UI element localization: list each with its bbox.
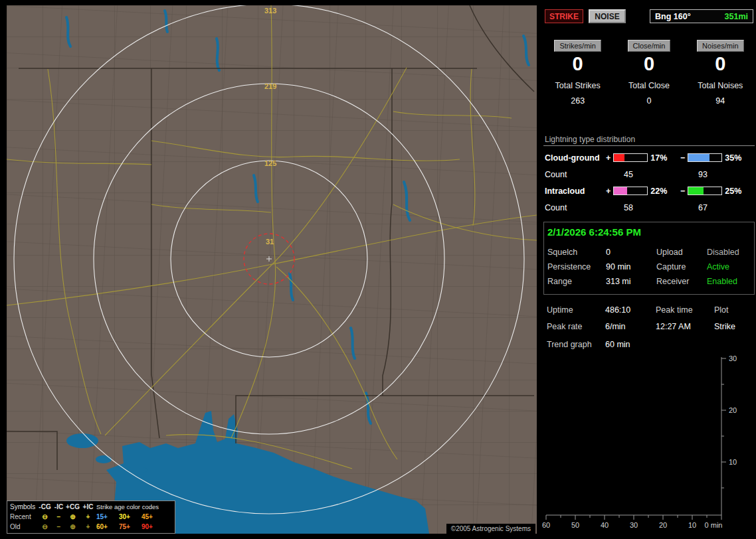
y-tick-30: 30 xyxy=(729,354,737,362)
status-grid: Squelch 0 Upload Disabled Persistence 90… xyxy=(547,248,751,286)
uptime-label: Uptime xyxy=(547,305,605,315)
strikes-per-min-value: 0 xyxy=(542,54,613,74)
peak-rate-value: 6/min xyxy=(605,322,656,331)
legend-col-ic-neg: -IC xyxy=(52,503,66,510)
plus-sign: + xyxy=(606,187,611,196)
total-strikes-label: Total Strikes xyxy=(542,81,613,90)
uptime-value: 486:10 xyxy=(605,305,656,315)
legend-col-cg-pos: +CG xyxy=(66,503,80,510)
x-tick-50: 50 xyxy=(571,521,579,529)
age-60: 60+ xyxy=(96,523,119,530)
range-label-125: 125 xyxy=(264,159,276,167)
y-tick-20: 20 xyxy=(729,406,737,414)
peak-time-value: 12:27 AM xyxy=(656,322,714,331)
old-ic-neg-icon: − xyxy=(52,523,66,530)
minus-sign: − xyxy=(680,153,685,163)
range-label: Range xyxy=(547,277,606,286)
ic-positive-bar xyxy=(613,187,648,195)
map-legend: Symbols -CG -IC +CG +IC Strike age color… xyxy=(7,501,175,534)
plot-value: Strike xyxy=(714,322,751,331)
bearing-label: Bng 160° xyxy=(655,12,691,21)
cg-negative-count: 93 xyxy=(680,170,755,179)
recent-ic-neg-icon: − xyxy=(52,513,66,520)
ic-positive-count: 58 xyxy=(606,203,680,212)
strikes-per-min-column: Strikes/min 0 Total Strikes 263 xyxy=(542,40,613,106)
ic-negative-pct: 25% xyxy=(725,187,741,196)
legend-old-row: Old ⊖ − ⊕ + 60+ 75+ 90+ xyxy=(9,522,173,532)
range-label-31: 31 xyxy=(266,238,274,246)
plot-label: Plot xyxy=(714,305,751,315)
cg-positive-count: 45 xyxy=(606,170,680,179)
age-45: 45+ xyxy=(142,513,167,520)
upload-label: Upload xyxy=(656,248,707,257)
minus-sign: − xyxy=(680,187,685,196)
total-strikes-value: 263 xyxy=(542,96,613,106)
cloud-ground-count-row: Count 45 93 xyxy=(545,166,755,183)
bearing-distance: 351mi xyxy=(725,12,748,21)
mode-toolbar: STRIKE NOISE Bng 160° 351mi xyxy=(542,9,756,24)
system-status-box: 2/1/2026 6:24:56 PM Squelch 0 Upload Dis… xyxy=(543,222,755,295)
plus-sign: + xyxy=(606,153,611,163)
receiver-label: Receiver xyxy=(656,277,707,286)
total-noises-value: 94 xyxy=(685,96,756,106)
close-per-min-header[interactable]: Close/min xyxy=(628,40,671,52)
peak-rate-label: Peak rate xyxy=(547,322,605,331)
capture-label: Capture xyxy=(656,262,707,271)
range-value: 313 mi xyxy=(606,277,656,286)
status-panel: STRIKE NOISE Bng 160° 351mi Strikes/min … xyxy=(542,0,756,539)
session-stats: Uptime 486:10 Peak time Plot Peak rate 6… xyxy=(543,303,755,349)
rate-counters: Strikes/min 0 Total Strikes 263 Close/mi… xyxy=(542,40,756,106)
old-cg-pos-icon: ⊕ xyxy=(66,523,80,530)
trend-graph-value: 60 min xyxy=(605,340,751,349)
count-label: Count xyxy=(545,170,606,179)
cg-positive-pct: 17% xyxy=(650,153,667,163)
legend-col-cg-neg: -CG xyxy=(38,503,52,510)
legend-recent-row: Recent ⊖ − ⊕ + 15+ 30+ 45+ xyxy=(9,512,173,522)
old-cg-neg-icon: ⊖ xyxy=(38,523,52,530)
receiver-status: Enabled xyxy=(707,277,751,286)
x-tick-40: 40 xyxy=(601,521,609,529)
strike-mode-button[interactable]: STRIKE xyxy=(545,9,583,23)
x-tick-0min: 0 min xyxy=(705,521,723,529)
old-ic-pos-icon: + xyxy=(80,523,96,530)
noise-mode-button[interactable]: NOISE xyxy=(589,9,626,23)
cg-negative-bar xyxy=(688,153,722,162)
noises-per-min-column: Noises/min 0 Total Noises 94 xyxy=(685,40,756,106)
cloud-ground-positive: + 17% xyxy=(606,153,680,163)
close-per-min-value: 0 xyxy=(613,54,684,74)
peak-time-label: Peak time xyxy=(656,305,714,315)
trend-graph-label: Trend graph xyxy=(547,340,605,349)
age-15: 15+ xyxy=(96,513,119,520)
y-tick-10: 10 xyxy=(729,458,737,466)
intracloud-negative: − 25% xyxy=(680,187,755,196)
persistence-label: Persistence xyxy=(547,262,606,271)
copyright-text: ©2005 Astrogenic Systems xyxy=(446,524,535,534)
distribution-title: Lightning type distribution xyxy=(545,135,635,144)
range-label-313: 313 xyxy=(264,7,276,15)
x-tick-10: 10 xyxy=(688,521,696,529)
squelch-label: Squelch xyxy=(547,248,606,257)
intracloud-count-row: Count 58 67 xyxy=(545,199,755,216)
recent-cg-neg-icon: ⊖ xyxy=(38,513,52,520)
trend-graph: 30 20 10 60 50 40 30 20 10 0 min xyxy=(542,350,756,536)
legend-age-header: Strike age color codes xyxy=(96,503,167,510)
count-label: Count xyxy=(545,203,606,212)
current-datetime: 2/1/2026 6:24:56 PM xyxy=(547,226,751,238)
capture-status: Active xyxy=(707,262,751,271)
cloud-ground-label: Cloud-ground xyxy=(545,153,606,163)
map-canvas: 313 219 125 31 xyxy=(7,5,537,534)
legend-recent-label: Recent xyxy=(9,513,38,520)
noises-per-min-header[interactable]: Noises/min xyxy=(697,40,743,52)
distribution-divider xyxy=(543,145,755,146)
age-30: 30+ xyxy=(119,513,142,520)
total-close-value: 0 xyxy=(613,96,684,106)
legend-old-label: Old xyxy=(9,523,38,530)
cg-negative-pct: 35% xyxy=(725,153,741,163)
persistence-value: 90 min xyxy=(606,262,656,271)
legend-col-ic-pos: +IC xyxy=(80,503,96,510)
lightning-map[interactable]: 313 219 125 31 Symbols -CG -IC +CG +IC S… xyxy=(7,5,537,534)
strikes-per-min-header[interactable]: Strikes/min xyxy=(554,40,601,52)
noises-per-min-value: 0 xyxy=(685,54,756,74)
ic-positive-pct: 22% xyxy=(650,187,667,196)
range-label-219: 219 xyxy=(264,82,276,90)
